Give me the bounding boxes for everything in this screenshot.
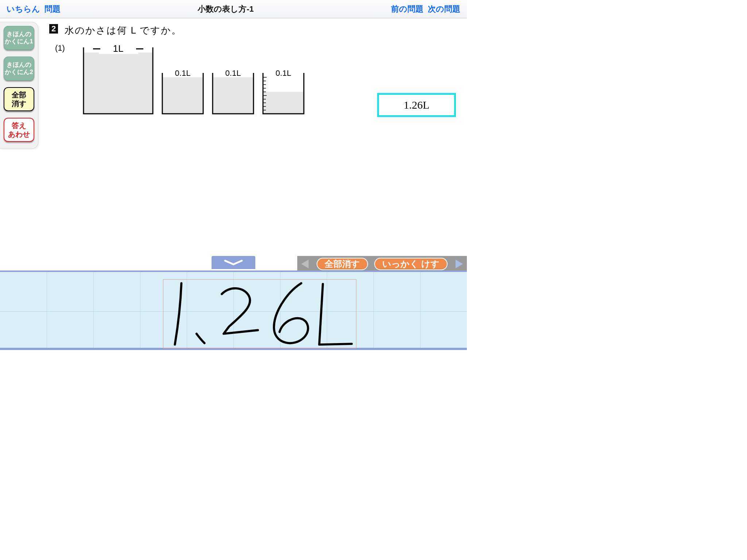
chevron-down-icon <box>224 259 243 266</box>
cup-01l-2-label: 0.1L <box>225 69 241 78</box>
basic-check-2-button[interactable]: きほんの かくにん2 <box>4 57 34 81</box>
cup-01l-1: 0.1L <box>161 69 205 115</box>
svg-marker-21 <box>456 260 463 268</box>
sidebar: きほんの かくにん1 きほんの かくにん2 全部 消す 答え あわせ <box>0 22 38 149</box>
cup-01l-2: 0.1L <box>211 69 255 115</box>
arrow-right-icon[interactable] <box>454 258 465 269</box>
cup-01l-1-label: 0.1L <box>175 69 191 78</box>
check-answer-button[interactable]: 答え あわせ <box>4 118 34 142</box>
collapse-tab[interactable] <box>212 256 255 269</box>
handwriting-area[interactable] <box>0 271 467 350</box>
handwriting-ink-box[interactable] <box>163 279 356 349</box>
question-number-badge: 2 <box>49 24 58 34</box>
page-title: 小数の表し方-1 <box>198 4 254 15</box>
header-bar: いちらん 問題 小数の表し方-1 前の問題 次の問題 <box>0 0 467 18</box>
cup-01l-3-label: 0.1L <box>276 69 291 78</box>
nav-problem-link[interactable]: 問題 <box>44 4 61 15</box>
cup-1l-label: 1L <box>113 44 124 54</box>
nav-list-link[interactable]: いちらん <box>7 4 40 15</box>
nav-next-link[interactable]: 次の問題 <box>428 4 460 15</box>
writing-tool-strip: 全部消す いっかく けす <box>0 256 467 272</box>
cup-1l: 1L <box>82 44 154 115</box>
svg-rect-8 <box>263 92 304 114</box>
tool-erase-stroke-button[interactable]: いっかく けす <box>374 258 448 270</box>
svg-marker-20 <box>301 260 309 268</box>
handwriting-ink <box>163 280 356 348</box>
arrow-left-icon[interactable] <box>299 258 310 269</box>
tool-clear-all-button[interactable]: 全部消す <box>317 258 368 270</box>
cup-01l-3-partial: 0.1L <box>262 69 305 115</box>
svg-rect-0 <box>84 52 153 114</box>
main-content: 2 水のかさは何 L ですか。 (1) 1L 0.1L 0.1L <box>42 22 467 255</box>
question-text: 水のかさは何 L ですか。 <box>65 24 182 37</box>
volume-diagram: 1L 0.1L 0.1L <box>82 44 305 115</box>
basic-check-1-button[interactable]: きほんの かくにん1 <box>4 26 34 50</box>
svg-rect-6 <box>213 77 253 114</box>
clear-all-button[interactable]: 全部 消す <box>4 87 34 111</box>
svg-rect-4 <box>162 77 203 114</box>
nav-prev-link[interactable]: 前の問題 <box>391 4 423 15</box>
answer-display[interactable]: 1.26L <box>377 93 456 117</box>
